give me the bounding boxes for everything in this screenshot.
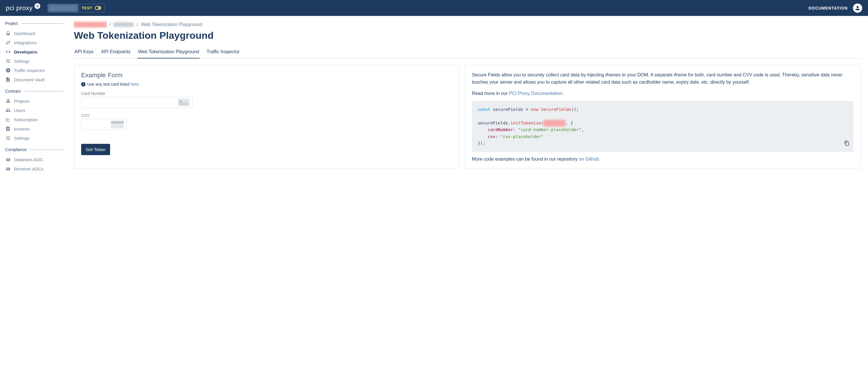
sidebar: Project Dashboard Integrations Developer… [0, 16, 67, 179]
section-title: Compliance [5, 147, 27, 152]
env-mode-label: TEST [82, 6, 92, 10]
sidebar-item-integrations[interactable]: Integrations [5, 38, 63, 47]
sidebar-item-projects[interactable]: Projects [5, 96, 63, 106]
documentation-link[interactable]: DOCUMENTATION [809, 6, 848, 10]
sidebar-item-label: Invoices [14, 127, 30, 131]
breadcrumb: / / Web Tokenization Playground [74, 22, 861, 28]
sidebar-item-label: Settings [14, 59, 30, 64]
user-icon [855, 5, 861, 11]
sidebar-item-label: Subscription [14, 117, 38, 122]
sidebar-item-label: Developers [14, 49, 37, 55]
sidebar-item-subscription[interactable]: Subscription [5, 115, 63, 124]
sidebar-item-label: Settings [14, 136, 30, 141]
scales-icon [5, 166, 11, 171]
breadcrumb-current: Web Tokenization Playground [141, 22, 202, 27]
tabs: API Keys API Endpoints Web Tokenization … [74, 47, 861, 59]
docs-paragraph: Read more in our PCI Proxy Documentation… [472, 90, 854, 97]
cvv-icon [111, 120, 124, 129]
users-icon [5, 108, 11, 113]
sidebar-item-traffic-inspector[interactable]: Traffic Inspector [5, 66, 63, 75]
sidebar-item-label: Traffic Inspector [14, 68, 45, 73]
env-mode-toggle[interactable]: TEST [78, 6, 104, 10]
tab-api-keys[interactable]: API Keys [74, 47, 94, 59]
tab-traffic-inspector[interactable]: Traffic Inspector [206, 47, 240, 59]
info-panel: Secure Fields allow you to securely coll… [465, 65, 861, 168]
section-title: Project [5, 21, 18, 26]
main-content: / / Web Tokenization Playground Web Toke… [67, 16, 868, 179]
play-circle-icon [5, 68, 11, 73]
merchant-id-redacted: x [544, 120, 565, 127]
sidebar-item-users[interactable]: Users [5, 106, 63, 115]
form-help: i Use any test card listed here. [81, 82, 452, 86]
card-number-label: Card Number [81, 91, 452, 96]
breadcrumb-separator: / [110, 22, 111, 27]
page-title: Web Tokenization Playground [74, 30, 861, 41]
credit-card-icon [178, 99, 189, 106]
chart-line-icon [5, 117, 11, 122]
sidebar-item-developers[interactable]: Developers [5, 47, 63, 57]
avatar[interactable] [853, 3, 862, 13]
copy-code-button[interactable] [844, 141, 849, 148]
info-icon: i [81, 82, 86, 86]
example-form-panel: Example Form i Use any test card listed … [74, 65, 460, 168]
document-icon [5, 77, 11, 82]
sidebar-item-label: Document Vault [14, 77, 44, 82]
sidebar-item-label: Users [14, 108, 25, 113]
breadcrumb-separator: / [137, 22, 138, 27]
arrows-swap-icon [5, 40, 11, 45]
app-header: pci proxy •p TEST DOCUMENTATION [0, 0, 868, 16]
scales-icon [5, 157, 11, 162]
sidebar-item-label: Receiver AOCs [14, 166, 44, 171]
toggle-icon[interactable] [95, 6, 101, 10]
env-name-redacted [48, 4, 78, 12]
gauge-icon [5, 31, 11, 36]
cvv-label: CVV [81, 113, 452, 118]
logo-badge-icon: •p [34, 3, 40, 9]
sidebar-item-datatrans-aoc[interactable]: Datatrans AOC [5, 155, 63, 164]
sidebar-item-document-vault[interactable]: Document Vault [5, 75, 63, 84]
section-header-project: Project [5, 21, 63, 26]
github-paragraph: More code examples can be found in our r… [472, 157, 854, 162]
pci-proxy-docs-link[interactable]: PCI Proxy Documentation [509, 91, 562, 96]
card-number-input[interactable] [81, 97, 193, 108]
section-title: Contract [5, 89, 21, 94]
sliders-icon [5, 135, 11, 141]
sidebar-item-settings[interactable]: Settings [5, 57, 63, 66]
sidebar-item-label: Dashboard [14, 31, 35, 36]
environment-selector[interactable]: TEST [48, 4, 105, 12]
code-icon [5, 49, 11, 55]
form-title: Example Form [81, 71, 452, 79]
receipt-icon [5, 126, 11, 131]
secure-fields-description: Secure Fields allow you to securely coll… [472, 71, 854, 86]
breadcrumb-item-redacted[interactable] [74, 22, 106, 28]
sidebar-item-dashboard[interactable]: Dashboard [5, 29, 63, 38]
sidebar-item-label: Projects [14, 99, 30, 104]
logo-text: pci proxy [6, 4, 33, 12]
sidebar-item-label: Datatrans AOC [14, 157, 43, 162]
tab-web-tokenization-playground[interactable]: Web Tokenization Playground [137, 47, 199, 59]
sidebar-item-invoices[interactable]: Invoices [5, 124, 63, 133]
github-link[interactable]: on Github [579, 157, 599, 162]
get-token-button[interactable]: Get Token [81, 144, 110, 155]
test-cards-link[interactable]: here [130, 82, 138, 86]
form-help-text: Use any test card listed [87, 82, 130, 86]
network-icon [5, 98, 11, 104]
tab-api-endpoints[interactable]: API Endpoints [100, 47, 131, 59]
sidebar-item-label: Integrations [14, 40, 36, 45]
sidebar-item-receiver-aocs[interactable]: Receiver AOCs [5, 164, 63, 173]
logo: pci proxy •p [6, 4, 40, 12]
cvv-input[interactable] [81, 119, 127, 130]
section-header-compliance: Compliance [5, 147, 63, 152]
sidebar-item-contract-settings[interactable]: Settings [5, 133, 63, 143]
breadcrumb-item-redacted[interactable] [114, 22, 134, 27]
section-header-contract: Contract [5, 89, 63, 94]
code-example: const secureFields = new SecureFields();… [472, 101, 854, 152]
sliders-icon [5, 59, 11, 64]
